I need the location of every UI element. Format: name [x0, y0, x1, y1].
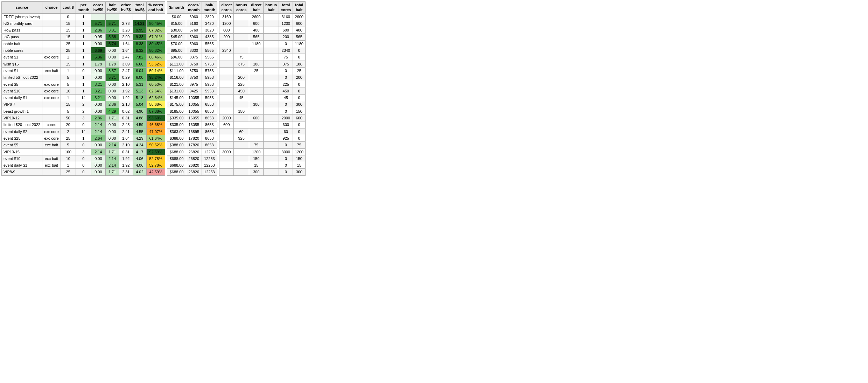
cell-other-bv: 1.64 — [119, 47, 133, 54]
cell-cost: 2 — [61, 128, 76, 135]
cell-monthly: $363.00 — [167, 128, 186, 135]
cell-per-month: 1 — [76, 135, 91, 141]
table-row: event $25exc core2512.640.001.644.2961.6… — [2, 135, 306, 141]
cell-pct: 52.78% — [146, 155, 165, 162]
cell-direct-bait — [249, 121, 264, 128]
cell-monthly: $688.00 — [167, 148, 186, 155]
cell-cost: 15 — [61, 27, 76, 34]
cell-total-cores: 0 — [279, 67, 293, 74]
cell-direct-bait — [249, 74, 264, 81]
table-row: VIP8-92500.001.712.314.0242.59%$688.0026… — [2, 169, 306, 175]
table-row: VIP10-125032.861.710.314.8893.60%$335.00… — [2, 115, 306, 121]
cell-total-bv: 4.24 — [133, 142, 146, 148]
cell-other-bv: 0.29 — [119, 74, 133, 81]
cell-per-month: 0 — [76, 121, 91, 128]
cell-direct-cores — [219, 95, 234, 101]
cell-per-month: 1 — [76, 47, 91, 54]
cell-per-month: 14 — [76, 128, 91, 135]
cell-monthly: $45.00 — [167, 34, 186, 40]
cell-total-bait: 150 — [293, 108, 305, 114]
cell-bait-month: 5753 — [202, 67, 217, 74]
cell-total-bv: 4.29 — [133, 135, 146, 141]
cell-bait-bv: 0.00 — [105, 81, 119, 88]
cell-monthly: $388.00 — [167, 142, 186, 148]
cell-total-cores: 600 — [279, 121, 293, 128]
cell-total-cores: 0 — [279, 162, 293, 169]
cell-bonus-cores — [234, 40, 249, 47]
col-cost: cost $ — [61, 2, 76, 14]
cell-cost: 15 — [61, 34, 76, 40]
cell-bait-month: 12253 — [202, 169, 217, 175]
cell-total-cores: 3000 — [279, 148, 293, 155]
cell-bonus-cores: 450 — [234, 88, 249, 94]
cell-bonus-bait — [264, 13, 279, 20]
cell-cores-month: 26820 — [186, 162, 202, 169]
cell-total-cores: 0 — [279, 74, 293, 81]
cell-bonus-cores — [234, 20, 249, 27]
cell-bonus-bait — [264, 47, 279, 54]
cell-pct: 68.46% — [146, 54, 165, 61]
cell-total-bv: 8.32 — [133, 47, 146, 54]
cell-total-cores: 45 — [279, 95, 293, 101]
cell-choice: exc core — [42, 88, 61, 94]
cell-pct: 50.52% — [146, 142, 165, 148]
cell-bonus-bait — [264, 81, 279, 88]
cell-direct-cores: 1200 — [219, 20, 234, 27]
col-per-month: permonth — [76, 2, 91, 14]
cell-choice — [42, 20, 61, 27]
cell-pct: 60.50% — [146, 81, 165, 88]
cell-bonus-cores — [234, 101, 249, 108]
cell-cost: 25 — [61, 135, 76, 141]
cell-bonus-bait — [264, 20, 279, 27]
cell-pct: 42.59% — [146, 169, 165, 175]
cell-bonus-cores — [234, 13, 249, 20]
cell-bonus-cores: 150 — [234, 108, 249, 114]
cell-direct-cores: 600 — [219, 121, 234, 128]
cell-bait-month: 8653 — [202, 142, 217, 148]
cell-pct: 95.24% — [146, 74, 165, 81]
cell-total-cores: 600 — [279, 27, 293, 34]
cell-pct: 52.78% — [146, 162, 165, 169]
cell-cores-month: 16055 — [186, 121, 202, 128]
cell-choice: exc bait — [42, 67, 61, 74]
cell-direct-cores: 3000 — [219, 148, 234, 155]
cell-pct: 93.60% — [146, 115, 165, 121]
cell-total-cores: 75 — [279, 54, 293, 61]
cell-pct: 56.68% — [146, 101, 165, 108]
cell-bait-bv: 0.00 — [105, 95, 119, 101]
cell-choice: exc core — [42, 54, 61, 61]
cell-pct — [146, 13, 165, 20]
cell-direct-cores — [219, 108, 234, 114]
cell-bonus-bait — [264, 74, 279, 81]
cell-cores-bv: 2.14 — [91, 148, 105, 155]
cell-source: event $10 — [2, 88, 42, 94]
cell-direct-bait — [249, 95, 264, 101]
cell-other-bv: 1.92 — [119, 88, 133, 94]
cell-cost: 15 — [61, 101, 76, 108]
cell-bait-bv: 3.57 — [105, 67, 119, 74]
cell-pct: 46.68% — [146, 121, 165, 128]
col-choice: choice — [42, 2, 61, 14]
cell-total-bv: 5.13 — [133, 95, 146, 101]
col-cores-bv: coresbv/5$ — [91, 2, 105, 14]
cell-cores-month: 26820 — [186, 148, 202, 155]
cell-direct-cores: 3160 — [219, 13, 234, 20]
cell-total-bait: 0 — [293, 47, 305, 54]
cell-bonus-cores — [234, 155, 249, 162]
cell-choice — [42, 148, 61, 155]
cell-source: event $5 — [2, 142, 42, 148]
cell-cores-bv: 0.00 — [91, 155, 105, 162]
cell-monthly: $131.00 — [167, 88, 186, 94]
cell-bait-month: 12253 — [202, 162, 217, 169]
cell-bait-bv: 3.81 — [105, 27, 119, 34]
cell-pct: 87.38% — [146, 108, 165, 114]
cell-direct-bait: 1180 — [249, 40, 264, 47]
cell-direct-bait: 188 — [249, 61, 264, 67]
cell-bait-month: 5953 — [202, 95, 217, 101]
cell-monthly: $95.00 — [167, 47, 186, 54]
cell-total-bv: 4.06 — [133, 155, 146, 162]
cell-choice: exc bait — [42, 155, 61, 162]
cell-direct-bait: 2600 — [249, 13, 264, 20]
cell-source: limited $20 - oct 2022 — [2, 121, 42, 128]
table-row: event daily $1exc bait100.002.141.924.06… — [2, 162, 306, 169]
